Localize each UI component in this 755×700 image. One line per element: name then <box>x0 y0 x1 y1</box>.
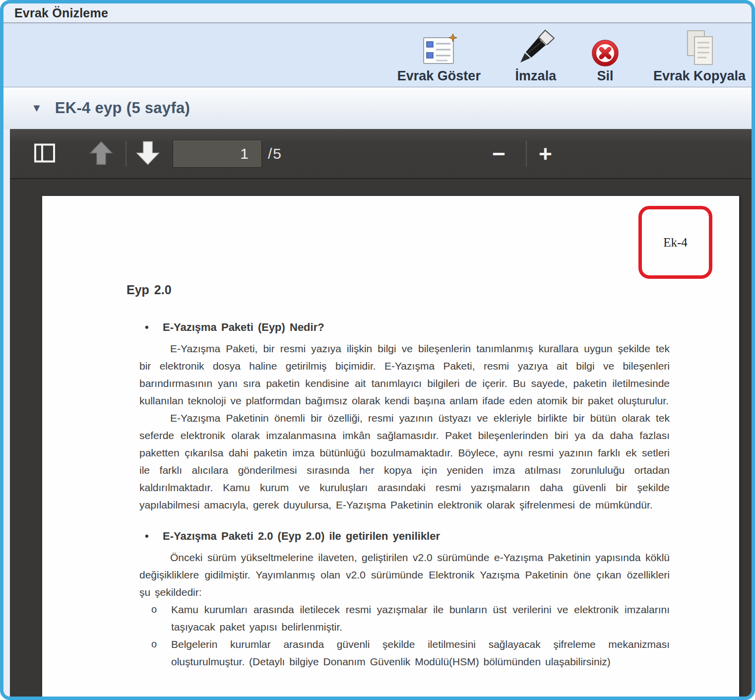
zoom-divider <box>526 141 527 167</box>
zoom-in-button[interactable]: + <box>539 142 552 165</box>
bullet-heading-row: • E-Yazışma Paketi 2.0 (Eyp 2.0) ile get… <box>145 527 670 545</box>
section1-paragraph1: E-Yazışma Paketi, bir resmi yazıya ilişk… <box>139 340 670 409</box>
section2-item2: Belgelerin kurumlar arasında güvenli şek… <box>171 636 670 670</box>
pdf-viewer-area: /5 − + Ek-4 Eyp 2.0 • <box>3 129 752 697</box>
bullet-marker: • <box>145 318 163 336</box>
zoom-out-button[interactable]: − <box>492 142 505 165</box>
window-titlebar: Evrak Önizleme <box>3 3 752 23</box>
imzala-button[interactable]: İmzala <box>514 27 557 87</box>
document-list-icon <box>420 27 458 67</box>
collapse-triangle-icon[interactable]: ▼ <box>31 103 42 114</box>
section2-heading: E-Yazışma Paketi 2.0 (Eyp 2.0) ile getir… <box>163 527 440 545</box>
section1-paragraph2: E-Yazışma Paketinin önemli bir özelliği,… <box>139 409 670 513</box>
sub-bullet-marker: o <box>151 601 171 636</box>
pdf-canvas[interactable]: Ek-4 Eyp 2.0 • E-Yazışma Paketi (Eyp) Ne… <box>10 179 752 697</box>
pen-icon <box>514 27 557 67</box>
sub-bullet-row: o Kamu kurumları arasında iletilecek res… <box>151 601 670 636</box>
minus-icon: − <box>492 142 505 165</box>
page-down-button[interactable] <box>135 139 161 168</box>
evrak-kopyala-label: Evrak Kopyala <box>653 68 746 84</box>
plus-icon: + <box>539 142 552 165</box>
sub-bullet-marker: o <box>151 636 171 670</box>
copy-document-icon <box>684 27 715 67</box>
arrow-down-icon <box>135 139 161 166</box>
action-toolbar: Evrak Göster İmzala <box>3 23 752 87</box>
document-content: Eyp 2.0 • E-Yazışma Paketi (Eyp) Nedir? … <box>42 281 739 670</box>
sil-label: Sil <box>597 68 613 84</box>
section2-item1: Kamu kurumları arasında iletilecek resmi… <box>171 601 670 636</box>
bullet-heading-row: • E-Yazışma Paketi (Eyp) Nedir? <box>145 318 670 336</box>
arrow-up-icon <box>88 139 114 166</box>
sidebar-toggle-button[interactable] <box>33 141 57 166</box>
section1-heading: E-Yazışma Paketi (Eyp) Nedir? <box>163 318 324 336</box>
window-title: Evrak Önizleme <box>14 6 108 20</box>
toolbar-divider <box>126 141 126 167</box>
delete-x-icon <box>591 27 620 67</box>
sub-bullet-row: o Belgelerin kurumlar arasında güvenli ş… <box>151 636 670 670</box>
page-up-button[interactable] <box>88 139 114 168</box>
pdf-toolbar: /5 − + <box>10 129 752 179</box>
section2-paragraph1: Önceki sürüm yükseltmelerine ilaveten, g… <box>139 549 670 601</box>
imzala-label: İmzala <box>515 68 557 84</box>
pdf-viewer: /5 − + Ek-4 Eyp 2.0 • <box>10 129 752 697</box>
stamp-text: Ek-4 <box>663 236 688 250</box>
evrak-onizleme-window: Evrak Önizleme Evrak Göster <box>0 0 755 700</box>
sil-button[interactable]: Sil <box>591 27 620 87</box>
evrak-goster-label: Evrak Göster <box>397 68 481 84</box>
attachment-title: EK-4 eyp (5 sayfa) <box>55 99 190 117</box>
document-title: Eyp 2.0 <box>126 281 670 299</box>
evrak-kopyala-button[interactable]: Evrak Kopyala <box>653 27 746 87</box>
evrak-goster-button[interactable]: Evrak Göster <box>397 27 481 87</box>
attachment-section-header[interactable]: ▼ EK-4 eyp (5 sayfa) <box>3 87 752 129</box>
page-count-label: /5 <box>268 145 282 162</box>
stamp-highlight-box: Ek-4 <box>638 206 712 279</box>
document-page: Ek-4 Eyp 2.0 • E-Yazışma Paketi (Eyp) Ne… <box>42 196 739 697</box>
sidebar-toggle-icon <box>33 141 57 165</box>
page-number-input[interactable] <box>173 140 262 168</box>
bullet-marker: • <box>145 527 163 545</box>
